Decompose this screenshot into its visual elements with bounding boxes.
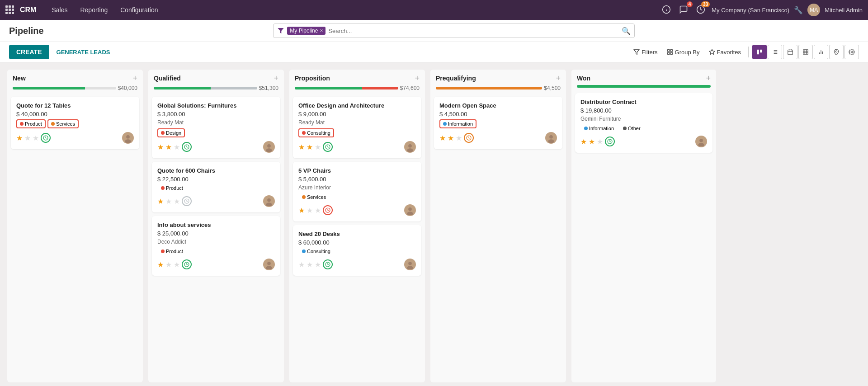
column-header-new: New + (7, 70, 143, 85)
view-chart-button[interactable] (814, 45, 828, 59)
column-add-qualified[interactable]: + (274, 74, 278, 82)
card-tag[interactable]: Information (580, 125, 618, 132)
activity-icon[interactable] (464, 133, 474, 143)
create-button[interactable]: CREATE (9, 45, 49, 59)
svg-point-30 (851, 51, 853, 53)
card-amount: $ 9,000.00 (298, 111, 416, 118)
svg-rect-9 (757, 50, 759, 55)
star-empty[interactable]: ★ (456, 134, 462, 142)
column-add-won[interactable]: + (706, 74, 711, 82)
view-kanban-button[interactable] (752, 45, 767, 59)
search-input[interactable] (328, 28, 619, 34)
star-filled[interactable]: ★ (307, 143, 313, 151)
activity-icon[interactable] (323, 205, 333, 215)
star-empty[interactable]: ★ (315, 260, 321, 269)
star-filled[interactable]: ★ (157, 143, 164, 151)
kanban-card[interactable]: 5 VP Chairs $ 5,600.00 Azure Interior Se… (293, 162, 421, 221)
kanban-card[interactable]: Quote for 600 Chairs $ 22,500.00 Product… (152, 162, 280, 212)
star-filled[interactable]: ★ (580, 137, 587, 146)
star-filled[interactable]: ★ (589, 137, 595, 146)
activity-icon[interactable] (182, 142, 192, 152)
star-empty[interactable]: ★ (307, 260, 313, 269)
pipeline-filter-tag[interactable]: My Pipeline × (287, 27, 326, 35)
svg-point-29 (835, 51, 837, 52)
card-amount: $ 5,600.00 (298, 176, 416, 183)
kanban-card[interactable]: Office Design and Architecture $ 9,000.0… (293, 97, 421, 158)
filter-tag-close[interactable]: × (320, 28, 323, 34)
star-empty[interactable]: ★ (174, 260, 180, 269)
star-empty[interactable]: ★ (315, 143, 321, 151)
kanban-view-icon (756, 49, 763, 55)
star-filled[interactable]: ★ (439, 134, 446, 142)
kanban-card[interactable]: Need 20 Desks $ 60,000.00 Consulting ★★★ (293, 225, 421, 276)
activity-icon[interactable] (605, 137, 615, 146)
activity-icon[interactable] (41, 133, 51, 143)
star-empty[interactable]: ★ (33, 134, 39, 142)
card-tag[interactable]: Other (619, 125, 644, 132)
star-empty[interactable]: ★ (174, 143, 180, 151)
card-title: Quote for 12 Tables (16, 102, 134, 109)
column-add-prequalifying[interactable]: + (556, 74, 561, 82)
card-tag[interactable]: Services (47, 119, 79, 128)
card-tag[interactable]: Consulting (298, 248, 334, 255)
groupby-button[interactable]: Group By (663, 47, 703, 57)
card-tag[interactable]: Consulting (298, 128, 334, 137)
nav-configuration[interactable]: Configuration (116, 5, 162, 15)
company-name[interactable]: My Company (San Francisco) (712, 7, 789, 14)
user-avatar[interactable]: MA (807, 4, 820, 16)
kanban-card[interactable]: Info about services $ 25,000.00 Deco Add… (152, 216, 280, 276)
card-tag[interactable]: Product (157, 248, 187, 255)
star-filled[interactable]: ★ (448, 134, 454, 142)
activity-icon[interactable] (323, 142, 333, 152)
user-name[interactable]: Mitchell Admin (825, 7, 863, 14)
star-filled[interactable]: ★ (298, 206, 305, 215)
favorites-button[interactable]: Favorites (705, 47, 745, 57)
star-empty[interactable]: ★ (597, 137, 603, 146)
card-tag[interactable]: Product (16, 119, 46, 128)
star-empty[interactable]: ★ (165, 260, 172, 269)
column-add-new[interactable]: + (132, 74, 137, 82)
card-tag[interactable]: Information (439, 119, 476, 128)
star-filled[interactable]: ★ (16, 134, 23, 142)
view-settings-button[interactable] (844, 45, 859, 59)
nav-sales[interactable]: Sales (47, 5, 72, 15)
kanban-card[interactable]: Distributor Contract $ 19,800.00 Gemini … (575, 93, 712, 153)
star-empty[interactable]: ★ (298, 260, 305, 269)
star-empty[interactable]: ★ (315, 206, 321, 215)
activity-icon[interactable] (323, 259, 333, 269)
nav-reporting[interactable]: Reporting (75, 5, 112, 15)
star-filled[interactable]: ★ (157, 260, 164, 269)
column-add-proposition[interactable]: + (415, 74, 420, 82)
activities-icon-btn[interactable]: 33 (694, 3, 707, 17)
star-empty[interactable]: ★ (307, 206, 313, 215)
kanban-card[interactable]: Modern Open Space $ 4,500.00 Information… (434, 97, 562, 149)
filters-button[interactable]: Filters (630, 47, 661, 57)
kanban-card[interactable]: Quote for 12 Tables $ 40,000.00 Product … (11, 97, 139, 149)
activity-icon[interactable] (182, 196, 192, 206)
star-empty[interactable]: ★ (165, 197, 172, 206)
search-submit-icon[interactable]: 🔍 (622, 27, 631, 35)
star-filled[interactable]: ★ (157, 197, 164, 206)
star-filled[interactable]: ★ (165, 143, 172, 151)
star-empty[interactable]: ★ (24, 134, 31, 142)
messages-badge: 4 (687, 1, 693, 7)
support-icon-btn[interactable] (660, 3, 673, 17)
crm-brand[interactable]: CRM (20, 6, 36, 14)
column-header-qualified: Qualified + (148, 70, 284, 85)
card-tag[interactable]: Services (298, 193, 330, 201)
view-list-button[interactable] (768, 45, 782, 59)
view-table-button[interactable] (798, 45, 813, 59)
card-tag[interactable]: Product (157, 184, 187, 192)
apps-grid-icon[interactable] (5, 5, 14, 14)
activity-icon[interactable] (182, 259, 192, 269)
star-filled[interactable]: ★ (298, 143, 305, 151)
generate-leads-button[interactable]: GENERATE LEADS (53, 47, 114, 57)
view-calendar-button[interactable] (783, 45, 797, 59)
view-map-button[interactable] (829, 45, 844, 59)
chart-view-icon (818, 49, 824, 55)
star-empty[interactable]: ★ (174, 197, 180, 206)
card-tag[interactable]: Design (157, 128, 185, 137)
messages-icon-btn[interactable]: 4 (677, 3, 690, 17)
kanban-card[interactable]: Global Solutions: Furnitures $ 3,800.00 … (152, 97, 280, 158)
wrench-icon[interactable]: 🔧 (794, 6, 803, 14)
